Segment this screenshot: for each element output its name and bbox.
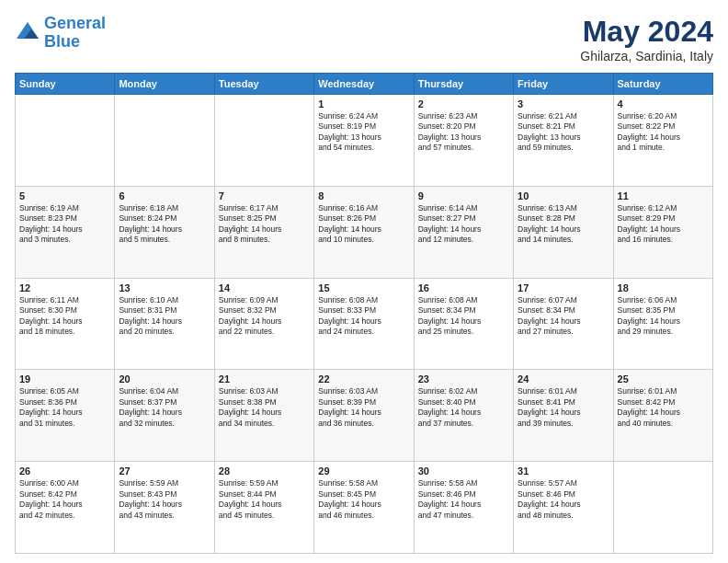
- calendar-cell: 22Sunrise: 6:03 AM Sunset: 8:39 PM Dayli…: [314, 370, 414, 462]
- calendar-cell: 28Sunrise: 5:59 AM Sunset: 8:44 PM Dayli…: [214, 462, 313, 554]
- weekday-header: Thursday: [414, 74, 513, 95]
- day-number: 5: [19, 190, 110, 201]
- calendar-cell: 27Sunrise: 5:59 AM Sunset: 8:43 PM Dayli…: [115, 462, 214, 554]
- calendar-cell: 29Sunrise: 5:58 AM Sunset: 8:45 PM Dayli…: [314, 462, 414, 554]
- day-info: Sunrise: 6:18 AM Sunset: 8:24 PM Dayligh…: [119, 203, 210, 246]
- day-info: Sunrise: 5:59 AM Sunset: 8:43 PM Dayligh…: [119, 478, 210, 521]
- calendar-cell: 16Sunrise: 6:08 AM Sunset: 8:34 PM Dayli…: [414, 278, 513, 370]
- calendar-cell: 9Sunrise: 6:14 AM Sunset: 8:27 PM Daylig…: [414, 186, 513, 278]
- weekday-header: Sunday: [16, 74, 115, 95]
- day-number: 19: [19, 373, 110, 385]
- day-number: 30: [418, 465, 509, 477]
- day-info: Sunrise: 6:01 AM Sunset: 8:42 PM Dayligh…: [618, 386, 709, 429]
- logo: General Blue: [15, 15, 106, 52]
- calendar-cell: 10Sunrise: 6:13 AM Sunset: 8:28 PM Dayli…: [514, 186, 613, 278]
- calendar-cell: 2Sunrise: 6:23 AM Sunset: 8:20 PM Daylig…: [414, 95, 513, 187]
- day-number: 23: [418, 373, 509, 385]
- calendar-cell: [214, 95, 313, 187]
- calendar-cell: [115, 95, 214, 187]
- calendar-cell: 31Sunrise: 5:57 AM Sunset: 8:46 PM Dayli…: [514, 462, 613, 554]
- day-info: Sunrise: 6:23 AM Sunset: 8:20 PM Dayligh…: [418, 111, 509, 154]
- day-number: 13: [119, 282, 210, 293]
- day-number: 15: [318, 282, 409, 293]
- calendar-cell: 14Sunrise: 6:09 AM Sunset: 8:32 PM Dayli…: [214, 278, 313, 370]
- calendar-cell: 7Sunrise: 6:17 AM Sunset: 8:25 PM Daylig…: [214, 186, 313, 278]
- day-number: 12: [19, 282, 110, 293]
- calendar-cell: 18Sunrise: 6:06 AM Sunset: 8:35 PM Dayli…: [613, 278, 712, 370]
- day-info: Sunrise: 6:12 AM Sunset: 8:29 PM Dayligh…: [618, 203, 709, 246]
- day-number: 21: [219, 373, 310, 385]
- day-info: Sunrise: 6:04 AM Sunset: 8:37 PM Dayligh…: [119, 386, 210, 429]
- calendar-cell: 19Sunrise: 6:05 AM Sunset: 8:36 PM Dayli…: [16, 370, 115, 462]
- day-info: Sunrise: 6:03 AM Sunset: 8:38 PM Dayligh…: [219, 386, 310, 429]
- day-number: 8: [318, 190, 409, 201]
- day-number: 6: [119, 190, 210, 201]
- day-number: 18: [618, 282, 709, 293]
- day-number: 10: [518, 190, 609, 201]
- day-number: 17: [518, 282, 609, 293]
- day-number: 3: [518, 98, 609, 109]
- day-number: 31: [518, 465, 609, 477]
- day-info: Sunrise: 5:58 AM Sunset: 8:46 PM Dayligh…: [418, 478, 509, 521]
- day-info: Sunrise: 6:11 AM Sunset: 8:30 PM Dayligh…: [19, 295, 110, 338]
- day-info: Sunrise: 6:17 AM Sunset: 8:25 PM Dayligh…: [219, 203, 310, 246]
- calendar-cell: 20Sunrise: 6:04 AM Sunset: 8:37 PM Dayli…: [115, 370, 214, 462]
- day-info: Sunrise: 6:10 AM Sunset: 8:31 PM Dayligh…: [119, 295, 210, 338]
- calendar-cell: 4Sunrise: 6:20 AM Sunset: 8:22 PM Daylig…: [613, 95, 712, 187]
- calendar-cell: 21Sunrise: 6:03 AM Sunset: 8:38 PM Dayli…: [214, 370, 313, 462]
- weekday-header: Saturday: [613, 74, 712, 95]
- day-info: Sunrise: 5:58 AM Sunset: 8:45 PM Dayligh…: [318, 478, 409, 521]
- day-info: Sunrise: 6:20 AM Sunset: 8:22 PM Dayligh…: [618, 111, 709, 154]
- day-number: 29: [318, 465, 409, 477]
- calendar-cell: 11Sunrise: 6:12 AM Sunset: 8:29 PM Dayli…: [613, 186, 712, 278]
- calendar-cell: [613, 462, 712, 554]
- day-info: Sunrise: 6:14 AM Sunset: 8:27 PM Dayligh…: [418, 203, 509, 246]
- day-info: Sunrise: 5:59 AM Sunset: 8:44 PM Dayligh…: [219, 478, 310, 521]
- page: General Blue May 2024 Ghilarza, Sardinia…: [0, 0, 728, 563]
- location: Ghilarza, Sardinia, Italy: [580, 49, 713, 63]
- day-number: 27: [119, 465, 210, 477]
- weekday-header: Wednesday: [314, 74, 414, 95]
- day-info: Sunrise: 5:57 AM Sunset: 8:46 PM Dayligh…: [518, 478, 609, 521]
- day-number: 26: [19, 465, 110, 477]
- calendar-cell: 1Sunrise: 6:24 AM Sunset: 8:19 PM Daylig…: [314, 95, 414, 187]
- day-info: Sunrise: 6:16 AM Sunset: 8:26 PM Dayligh…: [318, 203, 409, 246]
- title-block: May 2024 Ghilarza, Sardinia, Italy: [580, 15, 713, 63]
- calendar-cell: 30Sunrise: 5:58 AM Sunset: 8:46 PM Dayli…: [414, 462, 513, 554]
- calendar-cell: 12Sunrise: 6:11 AM Sunset: 8:30 PM Dayli…: [16, 278, 115, 370]
- day-number: 14: [219, 282, 310, 293]
- header: General Blue May 2024 Ghilarza, Sardinia…: [15, 15, 713, 63]
- logo-line1: General: [44, 14, 106, 32]
- day-number: 1: [318, 98, 409, 109]
- day-info: Sunrise: 6:05 AM Sunset: 8:36 PM Dayligh…: [19, 386, 110, 429]
- logo-line2: Blue: [44, 32, 80, 51]
- calendar-cell: 17Sunrise: 6:07 AM Sunset: 8:34 PM Dayli…: [514, 278, 613, 370]
- day-number: 28: [219, 465, 310, 477]
- day-info: Sunrise: 6:01 AM Sunset: 8:41 PM Dayligh…: [518, 386, 609, 429]
- calendar-cell: [16, 95, 115, 187]
- calendar-cell: 8Sunrise: 6:16 AM Sunset: 8:26 PM Daylig…: [314, 186, 414, 278]
- calendar-cell: 23Sunrise: 6:02 AM Sunset: 8:40 PM Dayli…: [414, 370, 513, 462]
- calendar-cell: 26Sunrise: 6:00 AM Sunset: 8:42 PM Dayli…: [16, 462, 115, 554]
- logo-icon: [15, 20, 40, 46]
- day-number: 2: [418, 98, 509, 109]
- weekday-header: Tuesday: [214, 74, 313, 95]
- weekday-header: Monday: [115, 74, 214, 95]
- day-info: Sunrise: 6:13 AM Sunset: 8:28 PM Dayligh…: [518, 203, 609, 246]
- day-info: Sunrise: 6:19 AM Sunset: 8:23 PM Dayligh…: [19, 203, 110, 246]
- calendar-cell: 25Sunrise: 6:01 AM Sunset: 8:42 PM Dayli…: [613, 370, 712, 462]
- day-number: 4: [618, 98, 709, 109]
- day-info: Sunrise: 6:24 AM Sunset: 8:19 PM Dayligh…: [318, 111, 409, 154]
- day-number: 9: [418, 190, 509, 201]
- day-info: Sunrise: 6:02 AM Sunset: 8:40 PM Dayligh…: [418, 386, 509, 429]
- calendar-cell: 6Sunrise: 6:18 AM Sunset: 8:24 PM Daylig…: [115, 186, 214, 278]
- calendar-cell: 15Sunrise: 6:08 AM Sunset: 8:33 PM Dayli…: [314, 278, 414, 370]
- calendar-cell: 13Sunrise: 6:10 AM Sunset: 8:31 PM Dayli…: [115, 278, 214, 370]
- day-number: 22: [318, 373, 409, 385]
- day-info: Sunrise: 6:08 AM Sunset: 8:33 PM Dayligh…: [318, 295, 409, 338]
- day-info: Sunrise: 6:09 AM Sunset: 8:32 PM Dayligh…: [219, 295, 310, 338]
- day-number: 20: [119, 373, 210, 385]
- day-info: Sunrise: 6:03 AM Sunset: 8:39 PM Dayligh…: [318, 386, 409, 429]
- calendar-table: SundayMondayTuesdayWednesdayThursdayFrid…: [15, 73, 713, 554]
- logo-text: General Blue: [44, 15, 106, 52]
